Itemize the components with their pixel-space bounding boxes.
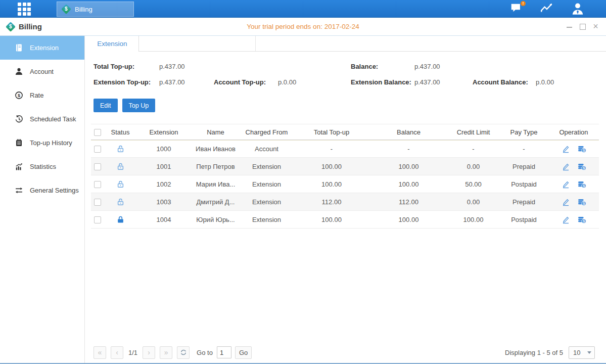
extension-topup-value: p.437.00 xyxy=(159,77,185,88)
displaying-text: Displaying 1 - 5 of 5 xyxy=(505,349,563,356)
sidebar-item-general-settings[interactable]: General Settings xyxy=(0,178,84,202)
cell-charged-from: Extension xyxy=(240,216,293,223)
page-size-select[interactable]: 10 xyxy=(569,346,595,359)
sidebar-item-account[interactable]: Account xyxy=(0,60,84,83)
edit-button[interactable]: Edit xyxy=(94,99,118,112)
cell-extension: 1001 xyxy=(136,163,191,170)
maximize-button[interactable] xyxy=(579,23,586,30)
last-page-button[interactable]: » xyxy=(160,346,172,359)
trial-notice: Your trial period ends on: 2017-02-24 xyxy=(247,23,359,30)
page-size-value: 10 xyxy=(573,349,580,356)
tabstrip-divider xyxy=(255,36,256,52)
cell-charged-from: Account xyxy=(240,145,293,153)
unlocked-icon xyxy=(116,145,125,153)
tab-extension[interactable]: Extension xyxy=(86,36,139,52)
prev-page-button[interactable]: ‹ xyxy=(111,346,123,359)
edit-row-button[interactable] xyxy=(562,145,570,153)
sidebar-item-rate[interactable]: $ Rate xyxy=(0,83,84,107)
topup-row-button[interactable]: $ xyxy=(578,180,586,189)
edit-row-button[interactable] xyxy=(562,180,570,189)
row-checkbox[interactable] xyxy=(94,181,101,188)
sidebar-item-extension[interactable]: Extension xyxy=(0,36,84,60)
edit-row-button[interactable] xyxy=(562,162,570,171)
svg-text:$: $ xyxy=(18,93,20,98)
app-launcher-icon[interactable] xyxy=(18,3,31,16)
edit-row-button[interactable] xyxy=(562,215,570,224)
page-indicator: 1/1 xyxy=(128,349,137,356)
topup-button[interactable]: Top Up xyxy=(122,99,156,112)
edit-pencil-icon xyxy=(562,162,570,171)
go-button[interactable]: Go xyxy=(235,346,252,359)
resource-monitor-icon[interactable] xyxy=(540,2,554,15)
refresh-button[interactable] xyxy=(177,346,190,359)
sidebar-item-label: Statistics xyxy=(30,163,56,170)
cell-total-topup: 112.00 xyxy=(293,198,370,206)
coins-icon: $ xyxy=(578,215,586,224)
balance-value: p.437.00 xyxy=(414,61,440,72)
account-topup-value: p.0.00 xyxy=(278,77,296,88)
balance-label: Balance: xyxy=(351,61,378,72)
first-page-button[interactable]: « xyxy=(94,346,106,359)
cell-credit-limit: 0.00 xyxy=(447,198,499,206)
clock-icon xyxy=(15,115,23,123)
close-button[interactable]: × xyxy=(592,23,599,30)
svg-text:$: $ xyxy=(583,219,585,223)
billing-window-icon: $ xyxy=(6,22,16,32)
cell-extension: 1002 xyxy=(136,180,191,188)
sidebar-item-topup-history[interactable]: Top-up History xyxy=(0,131,84,155)
row-checkbox[interactable] xyxy=(94,146,101,153)
cell-charged-from: Extension xyxy=(240,198,293,206)
extension-table: Status Extension Name Charged From Total… xyxy=(91,124,599,229)
notebook-icon xyxy=(15,139,23,147)
tab-strip: Extension xyxy=(85,36,606,52)
person-icon xyxy=(15,67,23,76)
table-row: 1002Мария Ива...Extension100.00100.0050.… xyxy=(91,175,599,193)
topup-row-button[interactable]: $ xyxy=(578,198,586,206)
notifications-icon[interactable]: ! xyxy=(510,2,524,15)
cell-total-topup: 100.00 xyxy=(293,216,370,223)
topup-row-button[interactable]: $ xyxy=(578,145,586,153)
topbar-right-icons: ! xyxy=(510,2,585,15)
pagination-right: Displaying 1 - 5 of 5 10 xyxy=(505,346,595,359)
unlocked-icon xyxy=(116,162,125,171)
extension-table-body: 1000Иван ИвановAccount----$1001Петр Петр… xyxy=(91,140,599,229)
next-page-button[interactable]: › xyxy=(143,346,155,359)
total-topup-label: Total Top-up: xyxy=(94,61,134,72)
cell-balance: 100.00 xyxy=(370,180,447,188)
sidebar-item-statistics[interactable]: Statistics xyxy=(0,155,84,178)
user-menu-icon[interactable] xyxy=(571,2,585,15)
locked-icon xyxy=(116,215,125,224)
svg-text:$: $ xyxy=(583,201,585,205)
topup-row-button[interactable]: $ xyxy=(578,162,586,171)
select-all-checkbox[interactable] xyxy=(94,129,101,136)
transfer-arrows-icon xyxy=(15,186,23,195)
refresh-icon xyxy=(180,349,187,356)
row-checkbox[interactable] xyxy=(94,216,101,223)
table-row: 1003Дмитрий Д...Extension112.00112.000.0… xyxy=(91,193,599,211)
svg-text:$: $ xyxy=(583,166,585,170)
extension-balance-value: p.437.00 xyxy=(414,77,440,88)
billing-summary: Total Top-up: p.437.00 Balance: p.437.00… xyxy=(85,61,606,88)
topbar-tab-billing[interactable]: $ Billing xyxy=(57,2,134,17)
cell-credit-limit: - xyxy=(447,145,499,153)
sidebar-item-label: General Settings xyxy=(30,187,79,194)
dollar-circle-icon: $ xyxy=(15,91,23,100)
cell-total-topup: 100.00 xyxy=(293,180,370,188)
row-checkbox[interactable] xyxy=(94,163,101,170)
col-total-topup: Total Top-up xyxy=(293,128,370,136)
col-status: Status xyxy=(104,128,136,136)
minimize-button[interactable] xyxy=(566,23,573,30)
action-buttons: Edit Top Up xyxy=(94,99,606,112)
sidebar-item-label: Account xyxy=(30,68,54,75)
cell-name: Юрий Юрь... xyxy=(191,216,240,223)
goto-page-input[interactable] xyxy=(217,346,231,358)
sidebar-item-scheduled-task[interactable]: Scheduled Task xyxy=(0,107,84,131)
sidebar-item-label: Extension xyxy=(30,44,59,52)
edit-row-button[interactable] xyxy=(562,198,570,206)
row-checkbox[interactable] xyxy=(94,199,101,206)
chevron-down-icon xyxy=(587,351,591,354)
billing-window: $ Billing ! $ xyxy=(0,0,606,364)
cell-extension: 1003 xyxy=(136,198,191,206)
account-balance-label: Account Balance: xyxy=(473,77,528,88)
topup-row-button[interactable]: $ xyxy=(578,215,586,224)
